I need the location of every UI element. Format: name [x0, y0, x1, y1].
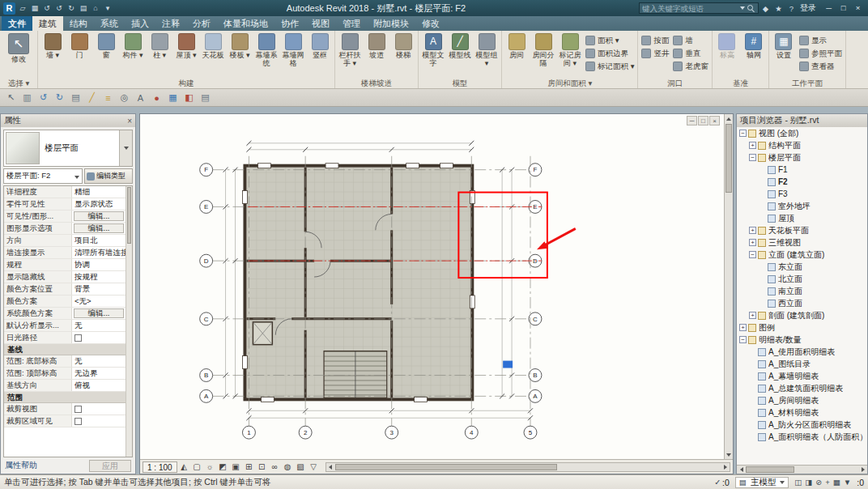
sync-icon[interactable]: ↺: [41, 2, 53, 14]
collapse-icon[interactable]: −: [739, 130, 747, 137]
print-icon[interactable]: ▤: [69, 91, 83, 104]
model-group-button[interactable]: 模型组 ▾: [474, 32, 500, 67]
modify-select-icon[interactable]: ↖: [4, 91, 18, 104]
collapse-icon[interactable]: −: [749, 154, 756, 161]
panel-label-circulation[interactable]: 楼梯坡道: [337, 78, 416, 88]
thin-lines-icon[interactable]: ≡: [101, 91, 115, 104]
property-value[interactable]: 精细: [72, 186, 126, 198]
measure-icon[interactable]: ╱: [85, 91, 99, 104]
tree-item[interactable]: +剖面 (建筑剖面): [737, 309, 867, 321]
tree-item[interactable]: +三维视图: [737, 236, 867, 249]
view-restore-button[interactable]: □: [698, 116, 708, 125]
editable-only-icon[interactable]: ✓: [714, 478, 721, 487]
edit-type-button[interactable]: 编辑类型: [84, 168, 133, 184]
close-button[interactable]: ×: [851, 2, 865, 15]
view-close-button[interactable]: ×: [709, 116, 720, 125]
property-value[interactable]: 无: [72, 320, 126, 331]
tab-architecture[interactable]: 建筑: [32, 16, 63, 31]
customize-icon[interactable]: ▾: [102, 2, 113, 14]
column-button[interactable]: 柱 ▾: [147, 32, 172, 59]
panel-label-model[interactable]: 模型: [420, 78, 500, 88]
ref-plane-button[interactable]: 参照平面: [798, 47, 844, 60]
tree-item[interactable]: A_材料明细表: [737, 406, 867, 419]
dormer-button[interactable]: 老虎窗: [671, 60, 710, 73]
search-box[interactable]: [639, 2, 759, 14]
component-button[interactable]: 构件 ▾: [120, 32, 146, 59]
close-hidden-windows-icon[interactable]: ◎: [117, 91, 131, 104]
editable-only-count[interactable]: ✓ :0: [714, 478, 730, 487]
ramp-button[interactable]: 坡道: [364, 32, 389, 59]
property-value[interactable]: [72, 415, 126, 427]
tree-item[interactable]: F2: [737, 176, 867, 188]
horizontal-scrollbar[interactable]: [326, 462, 730, 472]
type-dropdown-icon[interactable]: [119, 130, 132, 166]
tag-room-button[interactable]: 标记房间 ▾: [557, 32, 583, 67]
redo-icon[interactable]: ↻: [66, 2, 77, 14]
visual-style-icon[interactable]: ▢: [191, 461, 203, 473]
design-options-selector[interactable]: ▤ 主模型: [735, 477, 789, 488]
panel-label-build[interactable]: 构建: [40, 78, 333, 88]
scroll-up-button[interactable]: [725, 114, 733, 123]
model-text-button[interactable]: A模型文字: [420, 32, 446, 67]
default-3d-view-icon[interactable]: ⌂: [90, 2, 101, 14]
worksets-icon[interactable]: ◫: [794, 478, 802, 487]
wall-opening-button[interactable]: 墙: [671, 34, 710, 47]
property-value[interactable]: 清理所有墙连接: [72, 247, 126, 258]
tab-modify[interactable]: 修改: [415, 16, 446, 31]
collapse-icon[interactable]: −: [749, 251, 756, 258]
door-button[interactable]: 门: [66, 32, 92, 59]
reveal-constraints-icon[interactable]: ▽: [308, 461, 320, 473]
window-button[interactable]: 窗: [93, 32, 119, 59]
tree-item[interactable]: +图例: [737, 321, 867, 334]
grid-button[interactable]: #轴网: [741, 32, 767, 59]
minimize-button[interactable]: ─: [822, 2, 836, 15]
railing-button[interactable]: 栏杆扶手 ▾: [337, 32, 363, 67]
scroll-right-button[interactable]: [721, 463, 730, 471]
property-group-extents[interactable]: 范围: [4, 392, 126, 403]
property-value[interactable]: 无边界: [72, 368, 126, 379]
show-work-plane-button[interactable]: 显示: [798, 34, 844, 47]
redo-icon[interactable]: ↻: [53, 91, 66, 104]
tree-item[interactable]: 屋顶: [737, 212, 867, 224]
property-value[interactable]: 显示原状态: [72, 198, 126, 210]
tab-massing-site[interactable]: 体量和场地: [217, 16, 274, 31]
scroll-left-button[interactable]: [326, 463, 335, 471]
tree-item[interactable]: A_幕墙明细表: [737, 370, 867, 382]
floor-plan[interactable]: FFEEDDCCBBAA12345: [140, 114, 724, 459]
tree-item[interactable]: A_防火分区面积明细表: [737, 419, 867, 431]
collapse-icon[interactable]: −: [739, 336, 747, 343]
property-value[interactable]: 编辑...: [74, 223, 124, 233]
stair-button[interactable]: 楼梯: [390, 32, 416, 59]
ceiling-button[interactable]: 天花板: [200, 32, 226, 59]
drawing-area[interactable]: FFEEDDCCBBAA12345 ─□× 1 :: [139, 113, 734, 474]
communication-center-icon[interactable]: ★: [773, 4, 784, 13]
floor-button[interactable]: 楼板 ▾: [227, 32, 253, 59]
roof-button[interactable]: 屋顶 ▾: [173, 32, 199, 59]
tab-view[interactable]: 视图: [305, 16, 336, 31]
show-crop-region-icon[interactable]: ⊡: [256, 461, 268, 473]
undo-icon[interactable]: ↺: [53, 2, 65, 14]
scroll-down-button[interactable]: [725, 450, 733, 459]
links-icon[interactable]: ◨: [805, 478, 812, 487]
panel-label-room-area[interactable]: 房间和面积 ▾: [504, 78, 636, 88]
tab-collaborate[interactable]: 协作: [274, 16, 305, 31]
apply-button[interactable]: 应用: [89, 460, 131, 472]
property-value[interactable]: 无: [72, 355, 126, 367]
search-input[interactable]: [642, 4, 738, 13]
shaft-button[interactable]: 竖井: [640, 47, 670, 60]
tab-insert[interactable]: 插入: [125, 16, 155, 31]
tree-item[interactable]: 东立面: [737, 261, 867, 273]
tab-systems[interactable]: 系统: [94, 16, 125, 31]
browser-horizontal-scrollbar[interactable]: [737, 465, 867, 474]
tab-manage[interactable]: 管理: [336, 16, 367, 31]
type-selector[interactable]: 楼层平面: [3, 130, 133, 167]
property-value[interactable]: [72, 403, 126, 415]
scroll-left-button[interactable]: [737, 466, 746, 474]
tab-file[interactable]: 文件: [2, 16, 32, 31]
model-line-button[interactable]: ╱模型线: [447, 32, 473, 59]
sun-path-icon[interactable]: ☼: [204, 461, 216, 473]
property-value[interactable]: [72, 332, 126, 343]
checkbox[interactable]: [74, 334, 82, 342]
tree-item[interactable]: −立面 (建筑立面): [737, 249, 867, 261]
curtain-grid-button[interactable]: 幕墙网格: [280, 32, 306, 67]
